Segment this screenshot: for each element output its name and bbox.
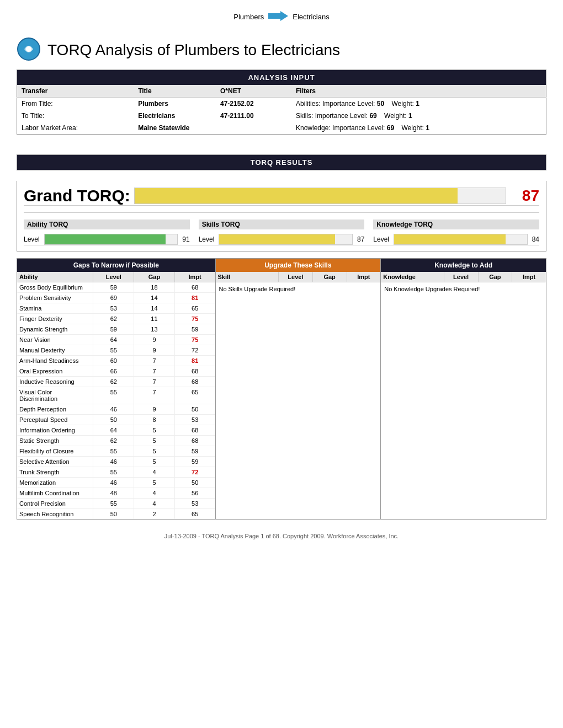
ability-gap: 14	[134, 293, 175, 303]
table-row: Near Vision 64 9 75	[17, 335, 215, 345]
ability-level: 62	[93, 436, 134, 446]
grand-torq-bar	[135, 188, 458, 204]
ability-impt: 81	[175, 356, 215, 366]
ability-gap: 7	[134, 377, 175, 387]
arrow-icon	[268, 10, 288, 24]
ability-name: Selective Attention	[17, 457, 93, 467]
page-footer: Jul-13-2009 - TORQ Analysis Page 1 of 68…	[17, 524, 546, 544]
grand-torq-value: 87	[506, 187, 539, 205]
skills-level-label: Level	[199, 235, 215, 243]
ability-name: Multilimb Coordination	[17, 488, 93, 498]
logo-icon	[17, 37, 41, 63]
from-label: From Title:	[17, 98, 134, 110]
ability-level: 46	[93, 404, 134, 414]
ability-name: Information Ordering	[17, 425, 93, 435]
col-knowledge: Knowledge	[381, 272, 444, 282]
ability-gap: 7	[134, 356, 175, 366]
ability-gap: 14	[134, 303, 175, 313]
grand-torq-row: Grand TORQ: 87	[24, 186, 539, 206]
ability-level: 69	[93, 293, 134, 303]
ability-level: 46	[93, 457, 134, 467]
ability-level: 55	[93, 467, 134, 477]
table-row: Multilimb Coordination 48 4 56	[17, 488, 215, 499]
ability-name: Speech Recognition	[17, 509, 93, 519]
svg-point-2	[26, 46, 31, 52]
table-row: Inductive Reasoning 62 7 68	[17, 377, 215, 387]
footer-text: Jul-13-2009 - TORQ Analysis Page 1 of 68…	[164, 533, 399, 539]
table-row: Static Strength 62 5 68	[17, 436, 215, 446]
ability-gap: 11	[134, 314, 175, 324]
ability-gap: 5	[134, 478, 175, 488]
table-row: Perceptual Speed 50 8 53	[17, 415, 215, 425]
ability-impt: 65	[175, 387, 215, 404]
ability-level: 50	[93, 415, 134, 425]
col-skill-impt: Impt	[347, 272, 381, 282]
ability-impt: 72	[175, 345, 215, 355]
ability-impt: 56	[175, 488, 215, 498]
torq-results-table: TORQ RESULTS	[17, 154, 546, 170]
ability-level: 66	[93, 366, 134, 376]
ability-name: Visual Color Discrimination	[17, 387, 93, 404]
skills-bar	[219, 234, 334, 244]
labor-label: Labor Market Area:	[17, 122, 134, 135]
from-title-nav: Plumbers	[233, 13, 264, 21]
ability-gap: 5	[134, 425, 175, 435]
ability-gap: 18	[134, 282, 175, 292]
ability-gap: 5	[134, 446, 175, 456]
table-row: Arm-Hand Steadiness 60 7 81	[17, 356, 215, 366]
table-row: Problem Sensitivity 69 14 81	[17, 293, 215, 303]
ability-gap: 7	[134, 366, 175, 376]
col-impt: Impt	[175, 272, 215, 282]
ability-level: 62	[93, 377, 134, 387]
ability-level: 55	[93, 345, 134, 355]
ability-level: 46	[93, 478, 134, 488]
ability-name: Finger Dexterity	[17, 314, 93, 324]
ability-name: Oral Expression	[17, 366, 93, 376]
page-header: TORQ Analysis of Plumbers to Electrician…	[17, 28, 546, 69]
ability-impt: 75	[175, 314, 215, 324]
col-filters: Filters	[291, 85, 546, 98]
ability-level-label: Level	[24, 235, 40, 243]
table-row: Depth Perception 46 9 50	[17, 404, 215, 415]
from-onet: 47-2152.02	[216, 98, 291, 110]
ability-gap: 4	[134, 467, 175, 477]
ability-level: 64	[93, 425, 134, 435]
ability-name: Dynamic Strength	[17, 324, 93, 334]
skills-value: 87	[357, 235, 364, 243]
table-row: Control Precision 55 4 53	[17, 499, 215, 509]
knowledge-torq-section: Knowledge TORQ Level 84	[373, 220, 539, 245]
ability-impt: 75	[175, 335, 215, 345]
col-knowledge-gap: Gap	[479, 272, 513, 282]
gaps-middle-header: Upgrade These Skills	[216, 259, 381, 272]
ability-impt: 53	[175, 499, 215, 508]
gaps-right-col: Knowledge to Add Knowledge Level Gap Imp…	[381, 259, 546, 519]
ability-name: Static Strength	[17, 436, 93, 446]
col-title: Title	[134, 85, 216, 98]
ability-name: Arm-Hand Steadiness	[17, 356, 93, 366]
ability-level: 59	[93, 324, 134, 334]
ability-impt: 65	[175, 303, 215, 313]
ability-gap: 9	[134, 335, 175, 345]
sub-torq-row: Ability TORQ Level 91 Skills TORQ Level	[24, 220, 539, 245]
ability-impt: 68	[175, 366, 215, 376]
col-level: Level	[93, 272, 134, 282]
from-filter: Abilities: Importance Level: 50 Weight: …	[291, 98, 546, 110]
ability-impt: 50	[175, 478, 215, 488]
gaps-right-header: Knowledge to Add	[381, 259, 546, 272]
knowledge-bar-wrap	[394, 234, 528, 245]
knowledge-torq-title: Knowledge TORQ	[373, 220, 539, 229]
to-label: To Title:	[17, 110, 134, 122]
col-knowledge-impt: Impt	[512, 272, 546, 282]
ability-gap: 9	[134, 345, 175, 355]
knowledge-bar	[394, 234, 506, 244]
ability-gap: 9	[134, 404, 175, 414]
ability-gap: 8	[134, 415, 175, 425]
table-row: Memorization 46 5 50	[17, 478, 215, 488]
ability-level: 55	[93, 499, 134, 508]
ability-level: 59	[93, 282, 134, 292]
table-row: Trunk Strength 55 4 72	[17, 467, 215, 478]
gaps-left-col: Gaps To Narrow if Possible Ability Level…	[17, 259, 216, 519]
col-skill-level: Level	[279, 272, 313, 282]
table-row: Information Ordering 64 5 68	[17, 425, 215, 436]
ability-name: Manual Dexterity	[17, 345, 93, 355]
